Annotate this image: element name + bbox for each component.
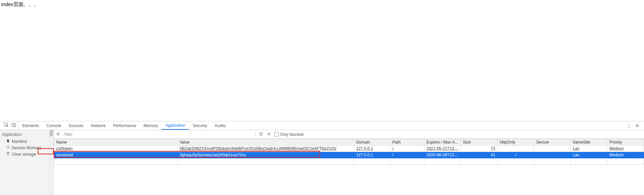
close-icon[interactable]: ✕ [635, 123, 639, 128]
cell-httponly: ✓ [497, 152, 534, 158]
toolbar-divider-1 [255, 132, 256, 137]
devtools-tabs: ElementsConsoleSourcesNetworkPerformance… [0, 121, 644, 130]
page-content: index页面。。。 [0, 0, 644, 121]
sidebar-item-clear-storage[interactable]: Clear storage [0, 151, 53, 157]
svg-line-5 [260, 133, 262, 135]
only-blocked-label: Only blocked [280, 132, 303, 137]
cell-name: csrftoken [54, 146, 178, 152]
cell-expires: 2021-05-21T13:... [424, 146, 461, 152]
tab-audits[interactable]: Audits [211, 121, 229, 130]
only-blocked-checkbox[interactable] [274, 132, 279, 136]
tab-right-icons: ⋮ ✕ [624, 123, 642, 128]
col-header[interactable]: Secure [534, 139, 571, 146]
tab-performance[interactable]: Performance [109, 121, 140, 130]
sidebar-item-label: Manifest [12, 139, 27, 144]
cookies-table: NameValueDomainPathExpires / Max-A...Siz… [54, 139, 644, 165]
application-sidebar: Application ManifestService WorkersClear… [0, 130, 54, 195]
cell-secure [534, 152, 571, 158]
tab-sources[interactable]: Sources [65, 121, 87, 130]
col-header[interactable]: Expires / Max-A... [424, 139, 461, 146]
sidebar-items: ManifestService WorkersClear storage [0, 138, 53, 157]
cell-domain: 127.0.0.1 [354, 146, 390, 152]
tab-console[interactable]: Console [43, 121, 65, 130]
cell-samesite: Lax [571, 146, 607, 152]
cell-priority: Medium [607, 152, 644, 158]
cell-size: 41 [461, 152, 497, 158]
cell-priority: Medium [607, 146, 644, 152]
cookies-toolbar: Only blocked [54, 130, 644, 139]
tab-security[interactable]: Security [189, 121, 211, 130]
scroll-thumb[interactable] [50, 130, 53, 136]
inspect-icon[interactable] [4, 123, 9, 128]
table-row[interactable]: sessionid3ghaqu5p5tymew1atyhf0qt41eyi70c… [54, 152, 644, 158]
filter-input[interactable] [64, 132, 252, 137]
tab-network[interactable]: Network [87, 121, 109, 130]
table-header-row: NameValueDomainPathExpires / Max-A...Siz… [54, 139, 644, 146]
cell-secure [534, 146, 571, 152]
only-blocked-group[interactable]: Only blocked [274, 132, 303, 137]
sidebar-item-label: Service Workers [12, 146, 41, 150]
sidebar-scrollbar[interactable]: ▲ [49, 130, 53, 195]
cell-domain: 127.0.0.1 [354, 152, 390, 158]
block-icon[interactable] [259, 132, 263, 137]
tab-memory[interactable]: Memory [140, 121, 162, 130]
devtools-panel: ElementsConsoleSourcesNetworkPerformance… [0, 121, 644, 195]
col-header[interactable]: SameSite [571, 139, 607, 146]
tab-lead-icons [2, 121, 18, 130]
cookies-main: Only blocked NameValueDomainPathExpires … [54, 130, 644, 195]
cell-path: / [390, 146, 424, 152]
cell-path: / [390, 152, 424, 158]
col-header[interactable]: HttpOnly [497, 139, 534, 146]
tab-elements[interactable]: Elements [18, 121, 43, 130]
cookies-table-wrap: NameValueDomainPathExpires / Max-A...Siz… [54, 139, 644, 195]
sidebar-header: Application [0, 130, 53, 138]
page-text: index页面。。。 [1, 1, 39, 7]
col-header[interactable]: Value [177, 139, 354, 146]
cell-httponly [497, 146, 534, 152]
toolbar-mid-icons [259, 132, 271, 137]
cell-value: 5BZalcDWZXXrvxlFDfpdubn3NeBPUe3Oo5BqOaqh… [177, 146, 354, 152]
col-header[interactable]: Path [390, 139, 424, 146]
sidebar-item-label: Clear storage [12, 152, 36, 157]
cell-expires: 2020-06-05T13:... [424, 152, 461, 158]
col-header[interactable]: Name [54, 139, 178, 146]
svg-rect-2 [14, 124, 15, 127]
gear-icon [6, 145, 10, 150]
sidebar-item-manifest[interactable]: Manifest [0, 138, 53, 145]
cell-samesite: Lax [571, 152, 607, 158]
col-header[interactable]: Domain [354, 139, 390, 146]
kebab-icon[interactable]: ⋮ [627, 123, 631, 128]
tab-application[interactable]: Application [162, 121, 189, 130]
refresh-icon[interactable] [56, 132, 60, 137]
cell-size: 73 [461, 146, 497, 152]
table-row-empty [54, 158, 644, 165]
table-row[interactable]: csrftoken5BZalcDWZXXrvxlFDfpdubn3NeBPUe3… [54, 146, 644, 152]
clear-icon[interactable] [267, 132, 271, 137]
col-header[interactable]: Priority [607, 139, 644, 146]
manifest-icon [6, 139, 10, 144]
sidebar-item-service-workers[interactable]: Service Workers [0, 145, 53, 151]
cell-name: sessionid [54, 152, 178, 158]
svg-point-3 [7, 147, 9, 148]
col-header[interactable]: Size [461, 139, 497, 146]
cell-value: 3ghaqu5p5tymew1atyhf0qt41eyi70cx [177, 152, 354, 158]
trash-icon [6, 152, 10, 157]
device-icon[interactable] [11, 123, 16, 128]
